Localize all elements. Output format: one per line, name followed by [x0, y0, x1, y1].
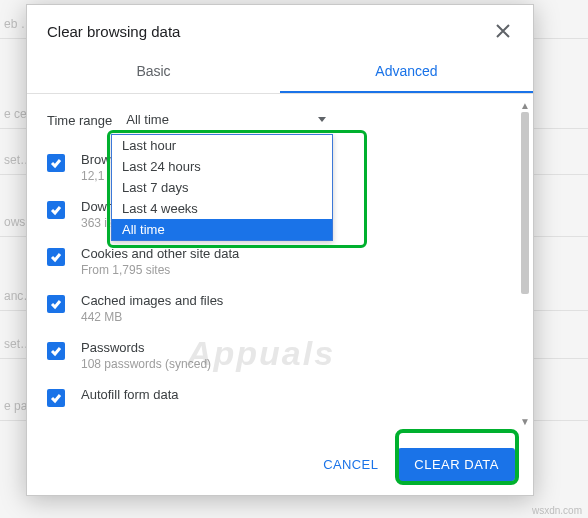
tab-advanced[interactable]: Advanced	[280, 51, 533, 93]
option-last-7-days[interactable]: Last 7 days	[112, 177, 332, 198]
time-range-label: Time range	[47, 113, 112, 128]
cancel-button[interactable]: CANCEL	[309, 449, 392, 480]
checkbox-cookies[interactable]	[47, 248, 65, 266]
clear-browsing-data-dialog: Clear browsing data Basic Advanced Time …	[26, 4, 534, 496]
checkbox-browsing-history[interactable]	[47, 154, 65, 172]
close-icon[interactable]	[493, 21, 513, 41]
option-last-24-hours[interactable]: Last 24 hours	[112, 156, 332, 177]
image-credit: wsxdn.com	[532, 505, 582, 516]
item-title: Autofill form data	[81, 387, 179, 402]
item-title: Cached images and files	[81, 293, 223, 308]
list-item: Cookies and other site dataFrom 1,795 si…	[47, 238, 523, 285]
item-title: Passwords	[81, 340, 211, 355]
list-item: Passwords108 passwords (synced)	[47, 332, 523, 379]
option-last-4-weeks[interactable]: Last 4 weeks	[112, 198, 332, 219]
scroll-down-icon[interactable]: ▼	[519, 416, 531, 428]
dialog-title: Clear browsing data	[47, 23, 180, 40]
checkbox-passwords[interactable]	[47, 342, 65, 360]
item-sub: 442 MB	[81, 310, 223, 324]
checkbox-cached[interactable]	[47, 295, 65, 313]
option-all-time[interactable]: All time	[112, 219, 332, 240]
item-sub: From 1,795 sites	[81, 263, 239, 277]
time-range-dropdown: Last hour Last 24 hours Last 7 days Last…	[111, 134, 333, 241]
tab-basic[interactable]: Basic	[27, 51, 280, 93]
time-range-select[interactable]: All time	[126, 108, 326, 132]
clear-data-button[interactable]: CLEAR DATA	[398, 448, 515, 481]
scroll-up-icon[interactable]: ▲	[519, 100, 531, 112]
option-last-hour[interactable]: Last hour	[112, 135, 332, 156]
item-sub: 108 passwords (synced)	[81, 357, 211, 371]
scroll-thumb[interactable]	[521, 112, 529, 294]
time-range-value: All time	[126, 112, 169, 127]
chevron-down-icon	[318, 117, 326, 122]
scrollbar[interactable]: ▲ ▼	[519, 100, 531, 428]
tab-bar: Basic Advanced	[27, 51, 533, 94]
list-item: Cached images and files442 MB	[47, 285, 523, 332]
checkbox-autofill[interactable]	[47, 389, 65, 407]
item-title: Cookies and other site data	[81, 246, 239, 261]
checkbox-download-history[interactable]	[47, 201, 65, 219]
list-item: Autofill form data	[47, 379, 523, 415]
